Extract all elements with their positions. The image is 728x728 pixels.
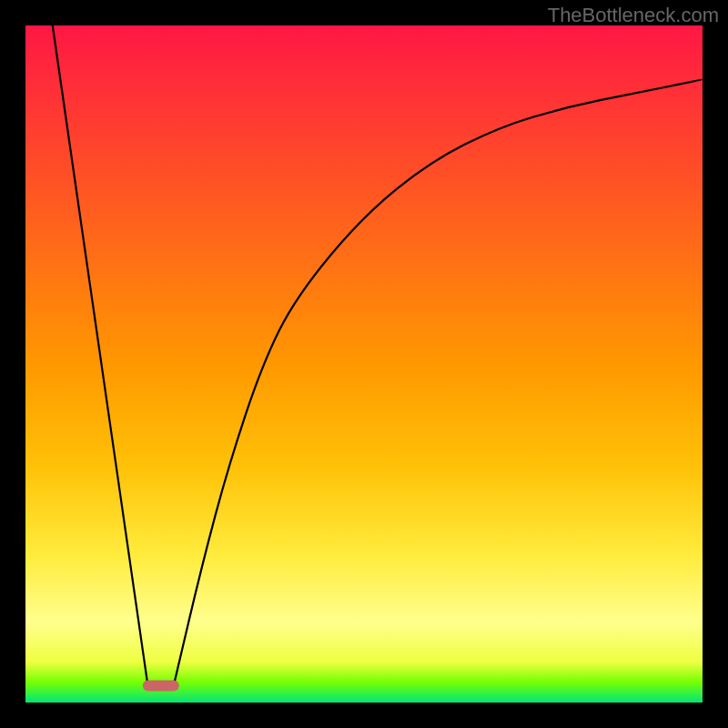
watermark-text: TheBottleneck.com bbox=[548, 4, 719, 27]
optimal-marker bbox=[143, 680, 179, 691]
plot-background bbox=[25, 25, 703, 703]
chart-svg bbox=[0, 0, 728, 728]
